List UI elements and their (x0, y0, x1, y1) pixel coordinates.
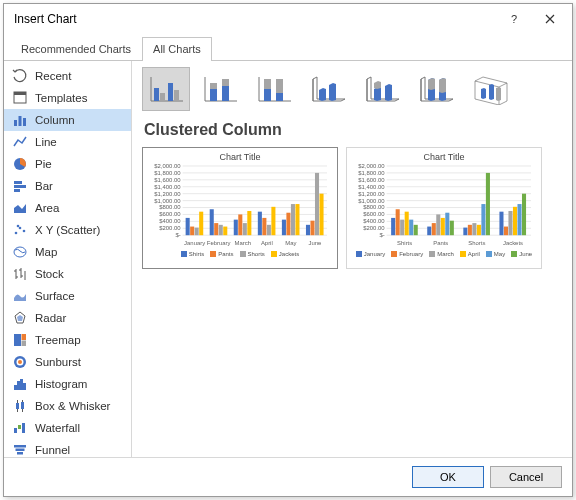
svg-text:June: June (309, 240, 323, 246)
svg-rect-138 (472, 223, 476, 235)
svg-rect-126 (409, 220, 413, 236)
svg-rect-24 (20, 379, 23, 390)
sidebar-item-label: Funnel (35, 444, 70, 456)
subtype-3d-column[interactable] (466, 67, 514, 111)
svg-text:$1,200.00: $1,200.00 (358, 191, 385, 197)
subtype-clustered-column[interactable] (142, 67, 190, 111)
svg-rect-145 (508, 211, 512, 235)
sidebar-item-xy-scatter[interactable]: X Y (Scatter) (4, 219, 131, 241)
sidebar-item-label: Line (35, 136, 57, 148)
subtype-3d-stacked[interactable] (358, 67, 406, 111)
svg-point-11 (23, 230, 26, 233)
sidebar-item-map[interactable]: Map (4, 241, 131, 263)
svg-rect-97 (315, 173, 319, 235)
sidebar-item-templates[interactable]: Templates (4, 87, 131, 109)
svg-rect-148 (522, 194, 526, 236)
dialog-footer: OK Cancel (4, 457, 572, 496)
sidebar-item-pie[interactable]: Pie (4, 153, 131, 175)
sidebar-item-waterfall[interactable]: Waterfall (4, 417, 131, 439)
stacked-column-icon (201, 73, 239, 105)
svg-rect-4 (23, 118, 26, 126)
svg-rect-88 (271, 207, 275, 235)
svg-rect-96 (310, 221, 314, 236)
svg-rect-86 (262, 218, 266, 235)
100-stacked-column-icon (255, 73, 293, 105)
preview-by-month[interactable]: Chart Title $-$200.00$400.00$600.00$800.… (142, 147, 338, 269)
svg-rect-130 (432, 223, 436, 235)
main-panel: Clustered Column Chart Title $-$200.00$4… (132, 61, 572, 457)
sidebar-item-histogram[interactable]: Histogram (4, 373, 131, 395)
sidebar-item-box-whisker[interactable]: Box & Whisker (4, 395, 131, 417)
clustered-column-icon (147, 73, 185, 105)
sidebar-item-sunburst[interactable]: Sunburst (4, 351, 131, 373)
sidebar-item-funnel[interactable]: Funnel (4, 439, 131, 457)
svg-rect-16 (14, 334, 21, 346)
svg-text:$400.00: $400.00 (363, 218, 385, 224)
sidebar-item-surface[interactable]: Surface (4, 285, 131, 307)
svg-rect-73 (199, 212, 203, 236)
area-icon (12, 200, 28, 216)
svg-text:$2,000.00: $2,000.00 (154, 164, 181, 169)
recent-icon (12, 68, 28, 84)
svg-text:Jackets: Jackets (503, 240, 523, 246)
svg-point-12 (17, 225, 20, 228)
svg-rect-133 (445, 213, 449, 235)
map-icon (12, 244, 28, 260)
ok-button[interactable]: OK (412, 466, 484, 488)
svg-text:$2,000.00: $2,000.00 (358, 164, 385, 169)
svg-text:$200.00: $200.00 (363, 225, 385, 231)
svg-rect-127 (414, 225, 418, 235)
svg-rect-81 (238, 214, 242, 235)
sidebar-item-recent[interactable]: Recent (4, 65, 131, 87)
sidebar-item-label: Box & Whisker (35, 400, 110, 412)
insert-chart-dialog: Insert Chart ? Recommended Charts All Ch… (3, 3, 573, 497)
tab-all-charts[interactable]: All Charts (142, 37, 212, 61)
line-icon (12, 134, 28, 150)
svg-rect-93 (295, 204, 299, 235)
svg-text:$1,800.00: $1,800.00 (358, 170, 385, 176)
svg-rect-25 (23, 383, 26, 390)
sidebar-item-stock[interactable]: Stock (4, 263, 131, 285)
preview-by-product[interactable]: Chart Title $-$200.00$400.00$600.00$800.… (346, 147, 542, 269)
sidebar-item-area[interactable]: Area (4, 197, 131, 219)
svg-text:$1,400.00: $1,400.00 (154, 184, 181, 190)
svg-rect-76 (214, 223, 218, 235)
svg-text:February: February (207, 240, 231, 246)
svg-rect-147 (517, 204, 521, 235)
subtype-stacked-column[interactable] (196, 67, 244, 111)
svg-rect-87 (267, 225, 271, 235)
sunburst-icon (12, 354, 28, 370)
svg-point-13 (14, 247, 26, 257)
sidebar-item-line[interactable]: Line (4, 131, 131, 153)
3d-column-icon (471, 73, 509, 105)
tab-recommended[interactable]: Recommended Charts (10, 37, 142, 61)
subtype-100-stacked-column[interactable] (250, 67, 298, 111)
svg-text:$-: $- (175, 232, 180, 238)
subtype-3d-clustered[interactable] (304, 67, 352, 111)
svg-rect-77 (219, 225, 223, 235)
sidebar-item-treemap[interactable]: Treemap (4, 329, 131, 351)
svg-rect-134 (450, 221, 454, 236)
cancel-button[interactable]: Cancel (490, 466, 562, 488)
svg-rect-90 (282, 220, 286, 236)
svg-rect-83 (247, 211, 251, 235)
close-button[interactable] (532, 6, 568, 32)
sidebar-item-bar[interactable]: Bar (4, 175, 131, 197)
svg-rect-22 (14, 385, 17, 390)
preview-legend-2: JanuaryFebruaryMarchAprilMayJune (353, 251, 535, 257)
sidebar-item-label: Bar (35, 180, 53, 192)
svg-rect-41 (210, 83, 217, 89)
svg-text:$1,600.00: $1,600.00 (358, 177, 385, 183)
templates-icon (12, 90, 28, 106)
subtype-3d-100-stacked[interactable] (412, 67, 460, 111)
bar-icon (12, 178, 28, 194)
svg-text:$200.00: $200.00 (159, 225, 181, 231)
sidebar-item-label: Waterfall (35, 422, 80, 434)
svg-rect-18 (22, 341, 27, 347)
sidebar-item-radar[interactable]: Radar (4, 307, 131, 329)
waterfall-icon (12, 420, 28, 436)
svg-rect-40 (210, 89, 217, 101)
sidebar-item-column[interactable]: Column (4, 109, 131, 131)
help-button[interactable]: ? (496, 6, 532, 32)
svg-rect-7 (14, 185, 26, 188)
